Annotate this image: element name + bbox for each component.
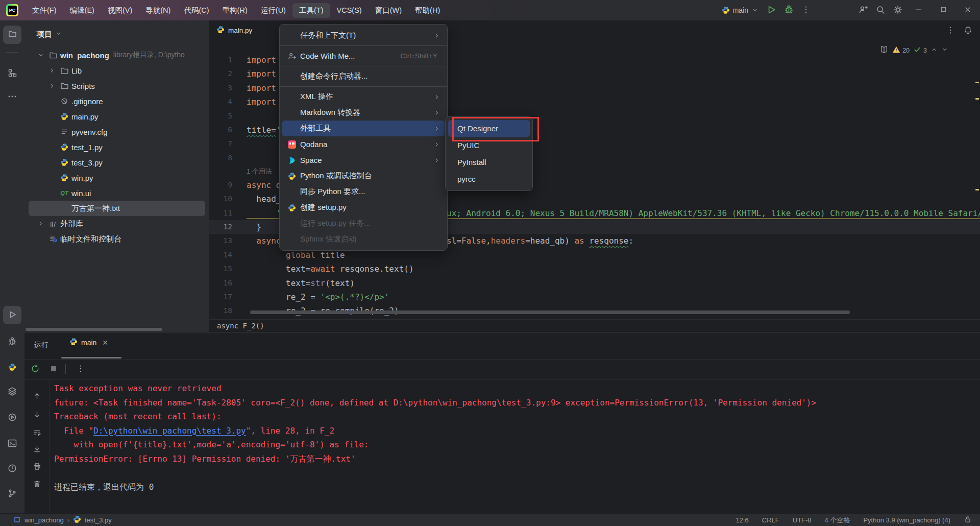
usage-hint[interactable]: 1 个用法 bbox=[247, 165, 272, 178]
tree-item-外部库[interactable]: 外部库 bbox=[24, 216, 209, 231]
menubar-item[interactable]: 运行(U) bbox=[254, 3, 292, 18]
menu-item-同步-python-要求-[interactable]: 同步 Python 要求... bbox=[282, 184, 445, 200]
stripe-button-version-control[interactable] bbox=[3, 485, 21, 503]
submenu-item-pyrcc[interactable]: pyrcc bbox=[448, 171, 530, 187]
chevron-right-icon[interactable] bbox=[37, 220, 45, 227]
run-button[interactable] bbox=[763, 2, 780, 19]
console-line: Task exception was never retrieved bbox=[54, 381, 973, 396]
code-with-me-users-button[interactable] bbox=[854, 2, 872, 19]
more-actions-button[interactable] bbox=[797, 2, 815, 19]
error-stripe-mark[interactable] bbox=[975, 82, 979, 83]
horizontal-scrollbar[interactable] bbox=[250, 310, 850, 314]
next-problem-icon[interactable] bbox=[941, 46, 948, 55]
close-tab-icon[interactable]: ✕ bbox=[102, 339, 108, 347]
prev-problem-icon[interactable] bbox=[930, 46, 938, 55]
notifications-button[interactable] bbox=[963, 26, 973, 35]
tree-item-win.py[interactable]: win.py bbox=[24, 170, 209, 185]
menu-item-qodana[interactable]: Qodana bbox=[282, 136, 445, 152]
tree-item-label: win.ui bbox=[71, 189, 91, 198]
stripe-button-run[interactable] bbox=[3, 306, 21, 324]
settings-button[interactable] bbox=[889, 2, 906, 19]
tree-item-test_1.py[interactable]: test_1.py bbox=[24, 139, 209, 155]
stripe-button-python-console[interactable] bbox=[3, 358, 21, 377]
run-configuration-selector[interactable]: main bbox=[718, 4, 763, 16]
stripe-button-services[interactable] bbox=[3, 409, 21, 427]
editor-tab-main-py[interactable]: main.py bbox=[209, 20, 259, 40]
lock-icon[interactable] bbox=[964, 515, 972, 525]
maximize-button[interactable] bbox=[931, 0, 955, 20]
menu-item-python-或调试控制台[interactable]: Python 或调试控制台 bbox=[282, 168, 445, 184]
menu-item-code-with-me-[interactable]: Code With Me...Ctrl+Shift+Y bbox=[282, 48, 445, 64]
menubar-item[interactable]: VCS(S) bbox=[330, 4, 369, 17]
tree-item-main.py[interactable]: main.py bbox=[24, 109, 209, 124]
menu-item-markdown-转换器[interactable]: Markdown 转换器 bbox=[282, 105, 445, 121]
search-everywhere-button[interactable] bbox=[872, 2, 889, 19]
breadcrumb-file[interactable]: test_3.py bbox=[85, 516, 112, 524]
breadcrumb[interactable]: async F_2() bbox=[209, 319, 980, 332]
reader-mode-icon[interactable] bbox=[879, 45, 889, 56]
stripe-button-more-tool-windows[interactable] bbox=[3, 88, 21, 106]
stripe-button-problems[interactable] bbox=[3, 460, 21, 478]
tree-item-.gitignore[interactable]: .gitignore bbox=[24, 93, 209, 109]
rerun-button[interactable] bbox=[28, 362, 43, 377]
print-button[interactable] bbox=[28, 459, 45, 476]
stripe-button-python-packages[interactable] bbox=[3, 382, 21, 401]
debug-button[interactable] bbox=[780, 2, 797, 19]
chevron-right-icon[interactable] bbox=[48, 67, 56, 74]
menu-item-space[interactable]: Space bbox=[282, 152, 445, 168]
editor-options-button[interactable] bbox=[946, 26, 955, 35]
stripe-button-debug[interactable] bbox=[3, 332, 21, 351]
statusbar-widget[interactable]: 12:6 bbox=[736, 516, 749, 524]
stripe-button-terminal[interactable] bbox=[3, 435, 21, 453]
close-button[interactable] bbox=[955, 0, 980, 20]
menu-item-任务和上下文-t-[interactable]: 任务和上下文(T) bbox=[282, 28, 445, 43]
menu-item-创建-setup-py[interactable]: 创建 setup.py bbox=[282, 200, 445, 216]
stop-button[interactable] bbox=[46, 362, 61, 377]
run-tab-main[interactable]: main ✕ bbox=[69, 338, 108, 347]
stacktrace-link[interactable]: D:\python\win_pachong\test_3.py bbox=[93, 426, 246, 436]
menubar-item[interactable]: 视图(V) bbox=[101, 3, 139, 18]
tree-item-win_pachong[interactable]: win_pachonglibrary根目录, D:\pytho bbox=[24, 47, 209, 63]
tree-item-test_3.py[interactable]: test_3.py bbox=[24, 155, 209, 170]
menubar-item[interactable]: 代码(C) bbox=[177, 3, 215, 18]
clear-all-button[interactable] bbox=[28, 476, 45, 493]
tree-item-Lib[interactable]: Lib bbox=[24, 63, 209, 78]
submenu-item-pyinstall[interactable]: PyInstall bbox=[448, 154, 530, 171]
menu-item-外部工具[interactable]: 外部工具 bbox=[282, 121, 445, 136]
console-more-button[interactable] bbox=[73, 362, 88, 377]
menubar-item[interactable]: 编辑(E) bbox=[63, 3, 101, 18]
statusbar-breadcrumb[interactable]: win_pachong › test_3.py bbox=[13, 515, 112, 525]
menu-item-xml-操作[interactable]: XML 操作 bbox=[282, 89, 445, 105]
menubar-item[interactable]: 重构(R) bbox=[216, 3, 254, 18]
statusbar-widget[interactable]: Python 3.9 (win_pachong) (4) bbox=[863, 516, 950, 524]
menubar-item[interactable]: 文件(F) bbox=[26, 3, 63, 18]
breadcrumb-project[interactable]: win_pachong bbox=[24, 516, 64, 524]
jump-to-previous-button[interactable] bbox=[28, 388, 45, 405]
statusbar-widget[interactable]: CRLF bbox=[762, 516, 779, 524]
tree-item-Scripts[interactable]: Scripts bbox=[24, 78, 209, 93]
horizontal-scrollbar[interactable] bbox=[26, 328, 162, 331]
tree-item-win.ui[interactable]: QTwin.ui bbox=[24, 185, 209, 201]
tree-item-万古第一神.txt[interactable]: 万古第一神.txt bbox=[24, 201, 209, 216]
soft-wrap-button[interactable] bbox=[28, 425, 45, 442]
project-panel-header[interactable]: 项目 bbox=[37, 30, 62, 39]
menu-item-创建命令行启动器-[interactable]: 创建命令行启动器... bbox=[282, 68, 445, 84]
stripe-button-project[interactable] bbox=[3, 26, 21, 44]
chevron-right-icon[interactable] bbox=[48, 82, 56, 89]
menubar-item[interactable]: 导航(N) bbox=[139, 3, 177, 18]
statusbar-widget[interactable]: 4 个空格 bbox=[825, 516, 850, 525]
menubar-item[interactable]: 工具(T) bbox=[292, 3, 330, 18]
tree-item-pyvenv.cfg[interactable]: pyvenv.cfg bbox=[24, 124, 209, 139]
statusbar-widget[interactable]: UTF-8 bbox=[793, 516, 812, 524]
error-stripe-mark[interactable] bbox=[975, 189, 979, 190]
chevron-down-icon[interactable] bbox=[37, 52, 45, 59]
scroll-to-end-button[interactable] bbox=[28, 441, 45, 459]
stripe-button-structure[interactable] bbox=[3, 64, 21, 83]
minimize-button[interactable] bbox=[906, 0, 931, 20]
jump-to-next-button[interactable] bbox=[28, 407, 45, 424]
tree-item-临时文件和控制台[interactable]: 临时文件和控制台 bbox=[24, 231, 209, 247]
error-stripe-mark[interactable] bbox=[975, 98, 979, 100]
menubar-item[interactable]: 窗口(W) bbox=[369, 3, 408, 18]
inspections-widget[interactable]: 20 3 bbox=[879, 45, 948, 56]
menubar-item[interactable]: 帮助(H) bbox=[408, 3, 447, 18]
